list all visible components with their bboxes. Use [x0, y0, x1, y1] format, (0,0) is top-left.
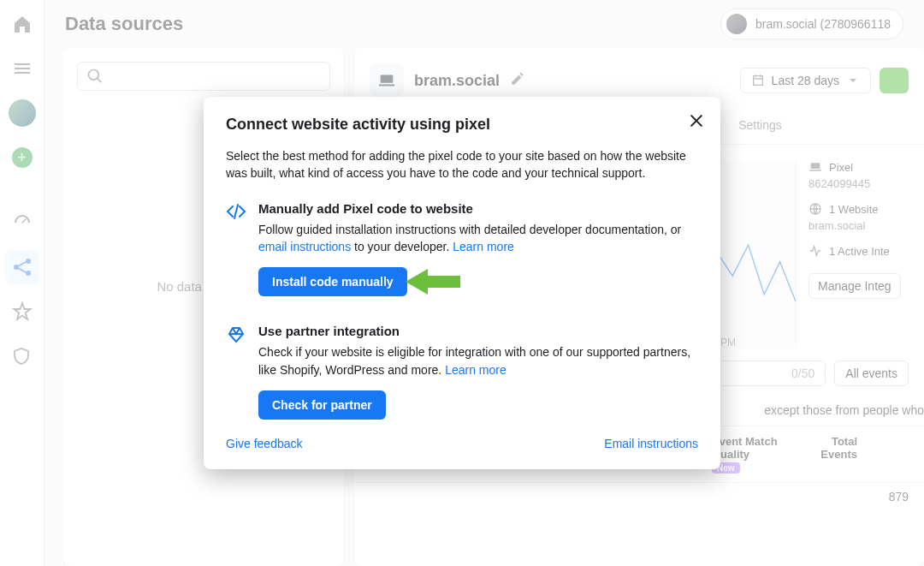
partner-icon [226, 324, 246, 420]
modal-title: Connect website activity using pixel [226, 116, 698, 134]
modal-close-button[interactable] [688, 112, 705, 133]
method-partner-title: Use partner integration [258, 324, 698, 338]
email-instructions-link[interactable]: email instructions [258, 240, 351, 253]
email-instructions-footer-link[interactable]: Email instructions [604, 437, 698, 450]
learn-more-link[interactable]: Learn more [453, 240, 514, 253]
code-icon [226, 201, 246, 297]
connect-pixel-modal: Connect website activity using pixel Sel… [204, 97, 720, 469]
modal-overlay: Connect website activity using pixel Sel… [0, 0, 924, 566]
give-feedback-link[interactable]: Give feedback [226, 437, 303, 450]
method-manual: Manually add Pixel code to website Follo… [226, 201, 698, 297]
method-partner-desc: Check if your website is eligible for in… [258, 343, 698, 378]
modal-description: Select the best method for adding the pi… [226, 147, 698, 182]
check-for-partner-button[interactable]: Check for partner [258, 390, 386, 420]
method-manual-title: Manually add Pixel code to website [258, 201, 698, 216]
callout-arrow [406, 271, 460, 293]
learn-more-link[interactable]: Learn more [445, 363, 506, 377]
method-partner: Use partner integration Check if your we… [226, 324, 698, 420]
install-code-manually-button[interactable]: Install code manually [258, 267, 407, 296]
close-icon [688, 112, 705, 129]
method-manual-desc: Follow guided installation instructions … [258, 221, 698, 256]
